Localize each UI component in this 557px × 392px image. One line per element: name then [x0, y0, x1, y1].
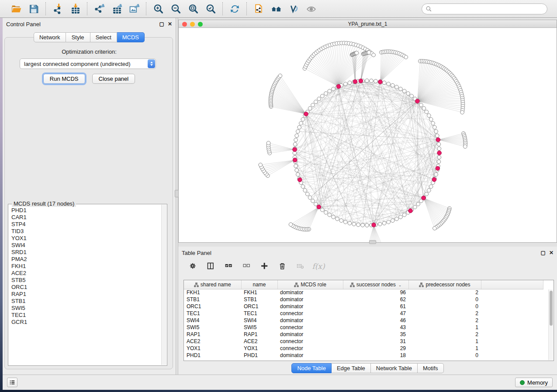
mcds-result-item[interactable]: FKH1 [11, 263, 161, 270]
export-table-icon[interactable] [109, 2, 124, 16]
mcds-result-item[interactable]: SRD1 [11, 249, 161, 256]
tab-network-table[interactable]: Network Table [371, 363, 418, 373]
houses-icon[interactable] [269, 2, 284, 16]
column-header-successor-nodes[interactable]: successor nodes⌄ [343, 280, 408, 289]
close-icon[interactable]: ✕ [549, 250, 554, 255]
mcds-result-item[interactable]: YOX1 [11, 235, 161, 242]
gear-icon[interactable] [188, 261, 198, 272]
column-header-shared-name[interactable]: shared name [184, 280, 241, 289]
zoom-selected-icon[interactable] [203, 2, 218, 16]
table-row[interactable]: FKH1FKH1dominator962 [184, 289, 543, 296]
checked-boxes-icon[interactable] [224, 261, 234, 272]
cell-predecessor-nodes[interactable]: 2 [408, 310, 481, 317]
cell-successor-nodes[interactable]: 31 [343, 338, 408, 345]
close-window-icon[interactable] [182, 22, 187, 27]
cell-shared-name[interactable]: PHD1 [184, 352, 241, 359]
import-network-icon[interactable] [50, 2, 65, 16]
import-table-icon[interactable] [68, 2, 83, 16]
mcds-result-item[interactable]: STB5 [11, 277, 161, 284]
network-file-icon[interactable] [251, 2, 266, 16]
panel-splitter-horizontal[interactable] [178, 243, 557, 247]
mcds-result-item[interactable]: RAP1 [11, 291, 161, 298]
cell-predecessor-nodes[interactable]: 2 [408, 317, 481, 324]
cell-shared-name[interactable]: SWI5 [184, 324, 241, 331]
tab-motifs[interactable]: Motifs [418, 363, 444, 373]
cell-successor-nodes[interactable]: 47 [343, 310, 408, 317]
zoom-window-icon[interactable] [198, 22, 203, 27]
cell-MCDS-role[interactable]: connector [277, 338, 343, 345]
cell-successor-nodes[interactable]: 62 [343, 296, 408, 303]
cell-MCDS-role[interactable]: connector [277, 324, 343, 331]
tab-edge-table[interactable]: Edge Table [332, 363, 371, 373]
split-table-icon[interactable] [206, 261, 216, 272]
table-scrollbar-thumb[interactable] [550, 291, 553, 326]
mcds-result-item[interactable]: TEC1 [11, 312, 161, 319]
cell-successor-nodes[interactable]: 18 [343, 352, 408, 359]
mcds-result-item[interactable]: ACE2 [11, 270, 161, 277]
cell-predecessor-nodes[interactable]: 0 [408, 303, 481, 310]
cell-shared-name[interactable]: FKH1 [184, 289, 241, 296]
table-row[interactable]: SWI4SWI4dominator462 [184, 317, 543, 324]
column-header-MCDS-role[interactable]: MCDS role [277, 280, 343, 289]
mcds-result-item[interactable]: PMA2 [11, 256, 161, 263]
cell-MCDS-role[interactable]: dominator [277, 289, 343, 296]
open-file-icon[interactable] [9, 2, 24, 16]
cell-name[interactable]: YOX1 [241, 345, 277, 352]
optimization-criterion-select[interactable]: largest connected component (undirected) [20, 58, 156, 69]
column-header-name[interactable]: name [241, 280, 277, 289]
cell-MCDS-role[interactable]: dominator [277, 331, 343, 338]
zoom-out-icon[interactable] [168, 2, 183, 16]
cell-predecessor-nodes[interactable]: 2 [408, 331, 481, 338]
cell-successor-nodes[interactable]: 46 [343, 317, 408, 324]
mcds-result-item[interactable]: SWI4 [11, 242, 161, 249]
cell-shared-name[interactable]: RAP1 [184, 331, 241, 338]
cell-MCDS-role[interactable]: connector [277, 345, 343, 352]
cell-successor-nodes[interactable]: 96 [343, 289, 408, 296]
cell-name[interactable]: TEC1 [241, 310, 277, 317]
table-row[interactable]: STB1STB1dominator620 [184, 296, 543, 303]
mcds-result-item[interactable]: TID3 [11, 228, 161, 235]
save-session-icon[interactable] [26, 2, 41, 16]
cell-name[interactable]: SWI5 [241, 324, 277, 331]
cell-shared-name[interactable]: ACE2 [184, 338, 241, 345]
cell-successor-nodes[interactable]: 35 [343, 331, 408, 338]
network-window-titlebar[interactable]: YPA_prune.txt_1 [178, 20, 557, 28]
mcds-list-scrollbar[interactable] [161, 205, 166, 365]
cell-name[interactable]: ORC1 [241, 303, 277, 310]
tab-mcds[interactable]: MCDS [117, 32, 145, 42]
cell-shared-name[interactable]: YOX1 [184, 345, 241, 352]
mcds-result-item[interactable]: GCR1 [11, 319, 161, 326]
export-network-icon[interactable] [92, 2, 107, 16]
plus-icon[interactable] [259, 261, 270, 272]
refresh-icon[interactable] [227, 2, 242, 16]
cell-predecessor-nodes[interactable]: 1 [408, 324, 481, 331]
mcds-result-list[interactable]: PHD1CAR1STP4TID3YOX1SWI4SRD1PMA2FKH1ACE2… [9, 205, 161, 364]
cell-successor-nodes[interactable]: 43 [343, 324, 408, 331]
cell-name[interactable]: ACE2 [241, 338, 277, 345]
cell-shared-name[interactable]: ORC1 [184, 303, 241, 310]
cell-MCDS-role[interactable]: dominator [277, 303, 343, 310]
mcds-result-item[interactable]: PHD1 [11, 207, 161, 214]
tab-style[interactable]: Style [66, 32, 90, 42]
cell-successor-nodes[interactable]: 29 [343, 345, 408, 352]
run-mcds-button[interactable]: Run MCDS [43, 74, 85, 84]
table-row[interactable]: YOX1YOX1connector291 [184, 345, 543, 352]
minimize-window-icon[interactable] [190, 22, 195, 27]
table-row[interactable]: ORC1ORC1dominator610 [184, 303, 543, 310]
search-input[interactable] [422, 3, 547, 14]
table-row[interactable]: SWI5SWI5connector431 [184, 324, 543, 331]
table-row[interactable]: PHD1PHD1dominator180 [184, 352, 543, 359]
vizmapper-icon[interactable] [286, 2, 301, 16]
cell-MCDS-role[interactable]: dominator [277, 317, 343, 324]
mcds-result-item[interactable]: SWI5 [11, 305, 161, 312]
cell-predecessor-nodes[interactable]: 1 [408, 345, 481, 352]
zoom-in-icon[interactable] [151, 2, 166, 16]
mcds-result-item[interactable]: CAR1 [11, 214, 161, 221]
trash-icon[interactable] [277, 261, 288, 272]
cell-MCDS-role[interactable]: connector [277, 310, 343, 317]
cell-predecessor-nodes[interactable]: 1 [408, 338, 481, 345]
cell-name[interactable]: STB1 [241, 296, 277, 303]
cell-name[interactable]: SWI4 [241, 317, 277, 324]
cell-shared-name[interactable]: TEC1 [184, 310, 241, 317]
table-row[interactable]: RAP1RAP1dominator352 [184, 331, 543, 338]
